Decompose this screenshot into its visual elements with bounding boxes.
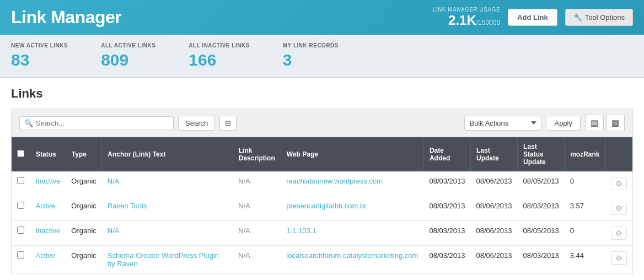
header-description: LinkDescription [233,137,281,172]
row-gear-button[interactable]: ⚙ [611,227,627,240]
row-status: Active [30,196,66,221]
row-status: Inactive [30,221,66,246]
row-webpage: reachsdsunew.wordpress.com [281,171,423,196]
stat-all-inactive-label: ALL INACTIVE LINKS [189,42,249,49]
row-anchor: N/A [102,221,233,246]
search-input[interactable] [36,119,157,127]
header-last-update: LastUpdate [471,137,518,172]
webpage-link[interactable]: presencadigitalbh.com.br [286,202,366,210]
usage-info: LINK MANAGER USAGE 2.1K/150000 [433,7,500,28]
stat-my-records-label: MY LINK RECORDS [283,42,339,49]
select-all-checkbox[interactable] [17,150,24,157]
row-checkbox-1[interactable] [17,202,24,209]
row-checkbox-cell [12,221,30,246]
row-actions-cell: ⚙ [605,171,633,196]
stat-all-active-label: ALL ACTIVE LINKS [101,42,155,49]
row-checkbox-3[interactable] [17,251,24,259]
row-webpage: localsearchforum.catalystemarketing.com [281,246,423,274]
row-date-added: 08/03/2013 [423,221,470,246]
search-button[interactable]: Search [178,116,215,131]
webpage-link[interactable]: localsearchforum.catalystemarketing.com [286,251,418,260]
header-date-added: DateAdded [423,137,470,172]
list-view-icon: ▤ [591,118,598,127]
apply-button[interactable]: Apply [546,116,581,131]
status-link[interactable]: Active [36,251,55,260]
header-mozrank: mozRank [565,137,605,172]
filter-icon: ⊞ [225,119,231,127]
stat-my-records-value: 3 [283,51,339,69]
usage-label: LINK MANAGER USAGE [433,7,500,13]
page-title: Link Manager [11,7,121,28]
row-type: Organic [66,221,102,246]
links-table: Status Type Anchor (Link) Text LinkDescr… [11,137,633,274]
wrench-icon: 🔧 [573,13,582,21]
row-last-status-update: 08/03/2013 [518,196,565,221]
status-link[interactable]: Active [36,202,55,210]
row-anchor: Raven Tools [102,196,233,221]
row-type: Organic [66,246,102,274]
header-actions [605,137,633,172]
row-gear-button[interactable]: ⚙ [611,251,627,265]
stat-all-active-value: 809 [101,51,155,69]
search-wrapper: 🔍 [19,116,174,130]
webpage-link[interactable]: 1.1.103.1 [286,227,316,235]
table-row: Active Organic Schema Creator WordPress … [12,246,633,274]
row-type: Organic [66,196,102,221]
anchor-link[interactable]: Raven Tools [108,202,147,210]
row-last-status-update: 08/05/2013 [518,221,565,246]
header-anchor: Anchor (Link) Text [102,137,233,172]
filter-button[interactable]: ⊞ [219,116,237,131]
anchor-link[interactable]: N/A [108,177,120,185]
row-checkbox-cell [12,246,30,274]
tool-options-button[interactable]: 🔧 Tool Options [565,9,633,26]
row-last-update: 08/06/2013 [471,196,518,221]
anchor-link[interactable]: N/A [108,227,120,235]
anchor-link[interactable]: Schema Creator WordPress Plugin by Raven [108,251,219,268]
row-date-added: 08/03/2013 [423,246,470,274]
bulk-actions-select[interactable]: Bulk Actions [464,116,541,131]
section-title: Links [11,87,633,101]
header-status: Status [30,137,66,172]
status-link[interactable]: Inactive [36,227,61,235]
row-description: N/A [233,246,281,274]
row-mozrank: 0 [565,221,605,246]
header-webpage: Web Page [281,137,423,172]
row-gear-button[interactable]: ⚙ [611,202,627,215]
webpage-link[interactable]: reachsdsunew.wordpress.com [286,177,383,185]
header: Link Manager LINK MANAGER USAGE 2.1K/150… [0,0,644,35]
row-webpage: presencadigitalbh.com.br [281,196,423,221]
table-row: Inactive Organic N/A N/A 1.1.103.1 08/03… [12,221,633,246]
grid-view-icon: ▦ [611,118,619,127]
table-header-row: Status Type Anchor (Link) Text LinkDescr… [12,137,633,172]
view-buttons: ▤ ▦ [585,115,625,131]
header-type: Type [66,137,102,172]
row-actions-cell: ⚙ [605,221,633,246]
usage-limit: /150000 [476,19,500,26]
row-actions-cell: ⚙ [605,246,633,274]
row-gear-button[interactable]: ⚙ [611,177,627,190]
add-link-button[interactable]: Add Link [508,9,557,26]
row-checkbox-cell [12,196,30,221]
table-row: Active Organic Raven Tools N/A presencad… [12,196,633,221]
row-status: Inactive [30,171,66,196]
stat-new-active-label: NEW ACTIVE LINKS [11,42,68,49]
row-date-added: 08/03/2013 [423,171,470,196]
row-checkbox-2[interactable] [17,227,24,234]
toolbar: 🔍 Search ⊞ Bulk Actions Apply ▤ ▦ [11,109,633,137]
row-mozrank: 3.44 [565,246,605,274]
usage-count: 2.1K [448,13,476,28]
row-checkbox-0[interactable] [17,177,24,184]
row-description: N/A [233,221,281,246]
stat-new-active-value: 83 [11,51,68,69]
row-webpage: 1.1.103.1 [281,221,423,246]
table-row: Inactive Organic N/A N/A reachsdsunew.wo… [12,171,633,196]
row-actions-cell: ⚙ [605,196,633,221]
status-link[interactable]: Inactive [36,177,61,185]
row-mozrank: 3.57 [565,196,605,221]
row-type: Organic [66,171,102,196]
grid-view-button[interactable]: ▦ [606,115,625,131]
stat-all-active: ALL ACTIVE LINKS 809 [101,42,155,69]
stats-bar: NEW ACTIVE LINKS 83 ALL ACTIVE LINKS 809… [0,35,644,78]
list-view-button[interactable]: ▤ [585,115,604,131]
row-checkbox-cell [12,171,30,196]
